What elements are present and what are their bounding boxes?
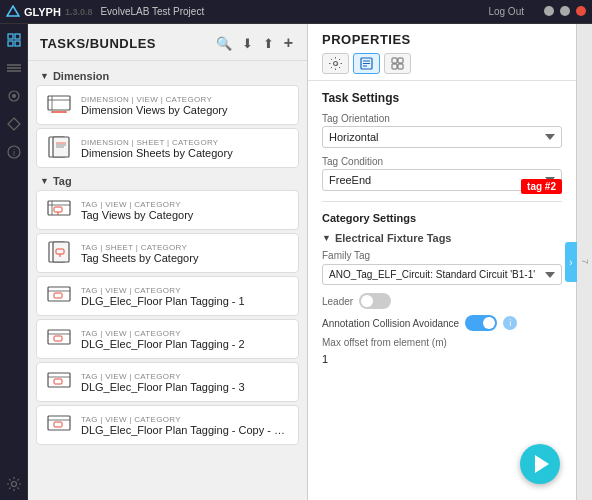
properties-header: PROPERTIES bbox=[308, 24, 576, 81]
tag-orientation-select[interactable]: Horizontal Vertical bbox=[322, 126, 562, 148]
svg-rect-36 bbox=[54, 293, 62, 298]
collapse-right-button[interactable]: › bbox=[565, 242, 577, 282]
nav-icon-settings[interactable] bbox=[4, 474, 24, 494]
category-tag-label[interactable]: ▼ Tag bbox=[36, 172, 299, 190]
svg-rect-45 bbox=[54, 422, 62, 427]
task-icon-dlg-copy bbox=[45, 411, 73, 439]
add-task-icon[interactable]: + bbox=[282, 32, 295, 54]
main-layout: i TASKS/BUNDLES 🔍 ⬇ ⬆ + ▼ bbox=[0, 24, 592, 500]
task-info-dimension-sheets: DIMENSION | SHEET | CATEGORY Dimension S… bbox=[81, 138, 290, 159]
task-name-dimension-views: Dimension Views by Category bbox=[81, 104, 290, 116]
tab-task-settings[interactable] bbox=[353, 53, 380, 74]
task-icon-dlg-3 bbox=[45, 368, 73, 396]
max-offset-value: 1 bbox=[322, 351, 562, 367]
task-icon-dimension-sheets bbox=[45, 134, 73, 162]
electrical-fixture-label: Electrical Fixture Tags bbox=[335, 232, 452, 244]
electrical-fixture-subsection-header[interactable]: ▼ Electrical Fixture Tags bbox=[322, 232, 562, 244]
right-sidebar: 7 bbox=[576, 24, 592, 500]
collision-avoidance-info-icon[interactable]: i bbox=[503, 316, 517, 330]
task-settings-title: Task Settings bbox=[322, 91, 562, 105]
search-icon[interactable]: 🔍 bbox=[214, 34, 234, 53]
app-logo: GLYPH 1.3.0.8 bbox=[6, 5, 92, 19]
svg-point-9 bbox=[12, 94, 16, 98]
tab-view[interactable] bbox=[384, 53, 411, 74]
task-icon-dlg-1 bbox=[45, 282, 73, 310]
task-item-dlg-2[interactable]: TAG | VIEW | CATEGORY DLG_Elec_Floor Pla… bbox=[36, 319, 299, 359]
family-tag-select[interactable]: ANO_Tag_ELF_Circuit: Standard Circuit 'B… bbox=[322, 264, 562, 285]
top-bar-right: Log Out bbox=[488, 6, 586, 17]
view-tab-icon bbox=[391, 57, 404, 70]
chevron-tag-icon: ▼ bbox=[40, 176, 49, 186]
category-dimension-label[interactable]: ▼ Dimension bbox=[36, 67, 299, 85]
tasks-panel: TASKS/BUNDLES 🔍 ⬇ ⬆ + ▼ Dimension bbox=[28, 24, 308, 500]
task-item-dlg-copy[interactable]: TAG | VIEW | CATEGORY DLG_Elec_Floor Pla… bbox=[36, 405, 299, 445]
svg-rect-1 bbox=[8, 34, 13, 39]
task-name-dlg-copy: DLG_Elec_Floor Plan Tagging - Copy - Cop… bbox=[81, 424, 290, 436]
task-icon-dlg-2 bbox=[45, 325, 73, 353]
max-offset-group: Max offset from element (m) 1 bbox=[322, 337, 562, 367]
gear-tab-icon bbox=[329, 57, 342, 70]
task-info-dlg-copy: TAG | VIEW | CATEGORY DLG_Elec_Floor Pla… bbox=[81, 415, 290, 436]
svg-rect-37 bbox=[48, 330, 70, 344]
task-icon-dimension-views bbox=[45, 91, 73, 119]
task-item-tag-sheets[interactable]: TAG | SHEET | CATEGORY Tag Sheets by Cat… bbox=[36, 233, 299, 273]
svg-rect-2 bbox=[15, 34, 20, 39]
svg-point-46 bbox=[334, 62, 338, 66]
svg-text:i: i bbox=[13, 148, 15, 158]
leader-toggle[interactable] bbox=[359, 293, 391, 309]
task-meta-tag-sheets: TAG | SHEET | CATEGORY bbox=[81, 243, 290, 252]
leader-toggle-knob bbox=[361, 295, 373, 307]
task-item-tag-views[interactable]: TAG | VIEW | CATEGORY Tag Views by Categ… bbox=[36, 190, 299, 230]
task-meta-dlg-3: TAG | VIEW | CATEGORY bbox=[81, 372, 290, 381]
tab-gear[interactable] bbox=[322, 53, 349, 74]
svg-marker-10 bbox=[8, 118, 20, 130]
maximize-button[interactable] bbox=[560, 6, 570, 16]
svg-rect-52 bbox=[398, 58, 403, 63]
icon-sidebar: i bbox=[0, 24, 28, 500]
divider bbox=[322, 201, 562, 202]
properties-content: Task Settings Tag Orientation Horizontal… bbox=[308, 81, 576, 500]
svg-rect-28 bbox=[54, 207, 62, 212]
play-button[interactable] bbox=[520, 444, 560, 484]
task-item-dlg-1[interactable]: TAG | VIEW | CATEGORY DLG_Elec_Floor Pla… bbox=[36, 276, 299, 316]
task-name-dlg-3: DLG_Elec_Floor Plan Tagging - 3 bbox=[81, 381, 290, 393]
svg-rect-3 bbox=[8, 41, 13, 46]
leader-row: Leader bbox=[322, 293, 562, 309]
minimize-button[interactable] bbox=[544, 6, 554, 16]
task-meta-dlg-1: TAG | VIEW | CATEGORY bbox=[81, 286, 290, 295]
logout-link[interactable]: Log Out bbox=[488, 6, 524, 17]
task-icon-tag-sheets bbox=[45, 239, 73, 267]
task-name-dlg-2: DLG_Elec_Floor Plan Tagging - 2 bbox=[81, 338, 290, 350]
app-name: GLYPH bbox=[24, 6, 61, 18]
tasks-list: ▼ Dimension bbox=[28, 61, 307, 500]
task-info-tag-views: TAG | VIEW | CATEGORY Tag Views by Categ… bbox=[81, 200, 290, 221]
task-name-dimension-sheets: Dimension Sheets by Category bbox=[81, 147, 290, 159]
category-dimension: ▼ Dimension bbox=[36, 67, 299, 168]
svg-rect-4 bbox=[15, 41, 20, 46]
tasks-title: TASKS/BUNDLES bbox=[40, 36, 214, 51]
nav-icon-menu[interactable] bbox=[4, 58, 24, 78]
task-meta-tag-views: TAG | VIEW | CATEGORY bbox=[81, 200, 290, 209]
svg-point-13 bbox=[11, 482, 16, 487]
top-bar: GLYPH 1.3.0.8 EvolveLAB Test Project Log… bbox=[0, 0, 592, 24]
upload-icon[interactable]: ⬆ bbox=[261, 34, 276, 53]
task-item-dlg-3[interactable]: TAG | VIEW | CATEGORY DLG_Elec_Floor Pla… bbox=[36, 362, 299, 402]
task-info-tag-sheets: TAG | SHEET | CATEGORY Tag Sheets by Cat… bbox=[81, 243, 290, 264]
task-item-dimension-views[interactable]: DIMENSION | VIEW | CATEGORY Dimension Vi… bbox=[36, 85, 299, 125]
tag-badge: tag #2 bbox=[521, 179, 562, 194]
nav-icon-diamond[interactable] bbox=[4, 114, 24, 134]
collision-avoidance-toggle[interactable] bbox=[465, 315, 497, 331]
nav-icon-grid[interactable] bbox=[4, 30, 24, 50]
logo-icon bbox=[6, 5, 20, 19]
chevron-elec-icon: ▼ bbox=[322, 233, 331, 243]
task-item-dimension-sheets[interactable]: DIMENSION | SHEET | CATEGORY Dimension S… bbox=[36, 128, 299, 168]
nav-icon-info[interactable]: i bbox=[4, 142, 24, 162]
close-button[interactable] bbox=[576, 6, 586, 16]
svg-rect-40 bbox=[48, 373, 70, 387]
nav-icon-circle[interactable] bbox=[4, 86, 24, 106]
svg-rect-25 bbox=[48, 201, 70, 215]
svg-rect-39 bbox=[54, 336, 62, 341]
tasks-header-actions: 🔍 ⬇ ⬆ + bbox=[214, 32, 295, 54]
properties-title: PROPERTIES bbox=[322, 32, 562, 47]
download-icon[interactable]: ⬇ bbox=[240, 34, 255, 53]
